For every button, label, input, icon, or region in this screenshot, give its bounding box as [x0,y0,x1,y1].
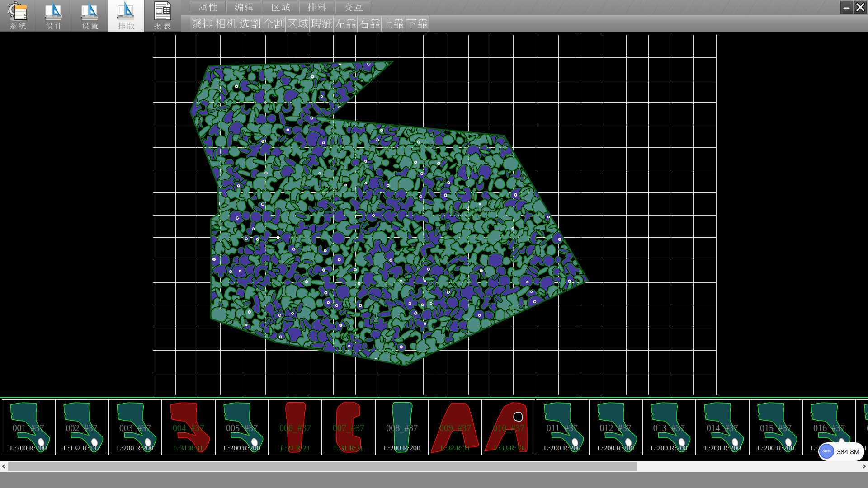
horizontal-scrollbar[interactable] [0,461,868,472]
menu-tab-区域[interactable] [263,1,298,13]
tool-button-相机[interactable] [214,16,238,32]
window-controls [840,1,868,14]
piece-count: L:31 R:31 [322,444,375,452]
left-arrow-icon[interactable] [0,461,8,472]
ribbon-left-item-设置[interactable] [72,0,108,32]
ribbon-left-item-label [145,22,180,32]
cjk-text [82,22,99,30]
piece-label: 004_#37 [162,423,215,433]
cjk-text [154,22,171,30]
piece-cell-007_#37[interactable]: 007_#37L:31 R:31 [322,399,375,455]
status-badge: 38% 384.8M [818,442,864,461]
piece-label: 010_#37 [482,423,535,433]
menu-tab-排料[interactable] [299,1,335,13]
piece-count: L:700 R:700 [2,444,55,452]
menu-tab-label [336,3,371,14]
piece-cell-012_#37[interactable]: 012_#37L:200 R:200 [589,399,642,455]
menu-tab-label [263,3,298,14]
tool-button-瑕疵[interactable] [310,16,333,32]
piece-thumbnail-panel: 001_#37L:700 R:700 002_#37L:132 R:132 00… [0,397,868,461]
ribbon-left-item-报表[interactable] [145,0,180,32]
cjk-text [239,18,261,30]
piece-cell-004_#37[interactable]: 004_#37L:31 R:31 [162,399,215,455]
piece-cell-014_#37[interactable]: 014_#37L:200 R:200 [696,399,749,455]
piece-cell-001_#37[interactable]: 001_#37L:700 R:700 [2,399,55,455]
piece-count: L:21 R:21 [269,444,321,452]
piece-count: L:200 R:200 [376,444,428,452]
tool-button-右靠[interactable] [358,16,381,32]
piece-label: 012_#37 [590,423,642,433]
ribbon-left-item-设计[interactable] [36,0,72,32]
tool-button-label [310,18,333,32]
piece-count: L:200 R:200 [536,444,589,452]
piece-cell-009_#37[interactable]: 009_#37L:32 R:31 [429,399,482,455]
cjk-text [344,3,363,13]
piece-label: 008_#37 [376,423,428,433]
piece-count: L:200 R:200 [590,444,642,452]
tool-button-label [238,18,262,32]
cjk-text [335,18,357,30]
menu-tab-交互[interactable] [335,1,371,13]
tool-button-下靠[interactable] [406,16,429,32]
piece-cell-002_#37[interactable]: 002_#37L:132 R:132 [55,399,108,455]
ribbon [0,0,868,32]
piece-cell-005_#37[interactable]: 005_#37L:200 R:200 [215,399,269,455]
piece-label: 007_#37 [322,423,375,433]
tool-button-label [406,18,429,32]
cjk-text [287,18,309,30]
menu-tab-属性[interactable] [190,1,226,13]
piece-cell-011_#37[interactable]: 011_#37L:200 R:200 [536,399,589,455]
cjk-text [235,3,254,13]
ribbon-left-item-label [0,22,36,32]
piece-count: L:200 R:200 [109,444,161,452]
close-button[interactable] [854,1,867,14]
ribbon-left-item-排版[interactable] [108,0,144,32]
piece-cell-003_#37[interactable]: 003_#37L:200 R:200 [108,399,162,455]
piece-count: L:200 R:200 [696,444,749,452]
report-icon [153,1,173,22]
cjk-text [46,22,62,30]
cjk-text [118,22,135,30]
cjk-text [9,22,26,30]
piece-label: 005_#37 [216,423,268,433]
piece-label: 014_#37 [696,423,749,433]
right-arrow-icon[interactable] [860,461,868,472]
piece-cell-006_#37[interactable]: 006_#37L:21 R:21 [269,399,322,455]
piece-label: 017_#37 [856,423,868,433]
piece-cell-010_#37[interactable]: 010_#37L:33 R:33 [482,399,535,455]
piece-cell-015_#37[interactable]: 015_#37L:200 R:200 [749,399,802,455]
tool-button-聚排[interactable] [190,16,214,32]
nesting-canvas-surface[interactable] [0,32,868,397]
notebook [15,5,27,20]
bottom-bar [0,472,868,488]
cjk-text [215,18,237,30]
cjk-text [191,18,213,30]
menu-tab-row [181,0,868,15]
progress-percent-badge: 38% [819,444,834,459]
piece-cell-008_#37[interactable]: 008_#37L:200 R:200 [375,399,429,455]
ribbon-left-item-label [36,22,72,32]
piece-label: 011_#37 [536,423,589,433]
piece-label: 009_#37 [429,423,481,433]
piece-count: L:200 R:200 [216,444,268,452]
piece-label: 016_#37 [803,423,855,433]
scrollbar-thumb[interactable] [8,462,637,471]
minimize-button[interactable] [840,1,853,14]
menu-tab-label [300,3,335,14]
panel-top-border [0,397,868,398]
nesting-canvas[interactable] [0,32,868,397]
tool-button-区域[interactable] [286,16,310,32]
tool-button-label [214,18,238,32]
tool-button-左靠[interactable] [334,16,357,32]
tool-button-选割[interactable] [238,16,262,32]
ribbon-left-item-系统[interactable] [0,0,36,32]
tool-button-全割[interactable] [262,16,286,32]
piece-label: 003_#37 [109,423,161,433]
tool-button-上靠[interactable] [382,16,405,32]
cjk-text [263,18,285,30]
menu-tab-编辑[interactable] [226,1,262,13]
piece-count: L:32 R:31 [429,444,481,452]
tool-button-label [286,18,310,32]
piece-cell-013_#37[interactable]: 013_#37L:200 R:200 [642,399,696,455]
settings-icon [80,1,100,22]
